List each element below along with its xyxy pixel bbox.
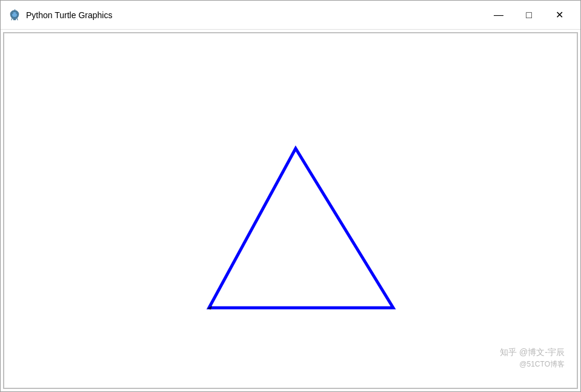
window-title: Python Turtle Graphics [26,10,112,20]
turtle-triangle [209,148,393,308]
maximize-button[interactable]: □ [515,5,543,25]
turtle-svg-canvas [4,33,577,388]
svg-point-1 [12,13,13,14]
minimize-button[interactable]: — [485,5,513,25]
app-window: Python Turtle Graphics — □ ✕ 知乎 @博文-宇辰 @… [0,0,581,392]
title-bar: Python Turtle Graphics — □ ✕ [1,1,580,30]
title-left: Python Turtle Graphics [8,8,112,22]
turtle-icon [8,8,21,22]
close-button[interactable]: ✕ [545,5,573,25]
svg-point-2 [16,13,17,14]
window-controls: — □ ✕ [485,5,573,25]
turtle-canvas-area: 知乎 @博文-宇辰 @51CTO博客 [3,32,578,389]
